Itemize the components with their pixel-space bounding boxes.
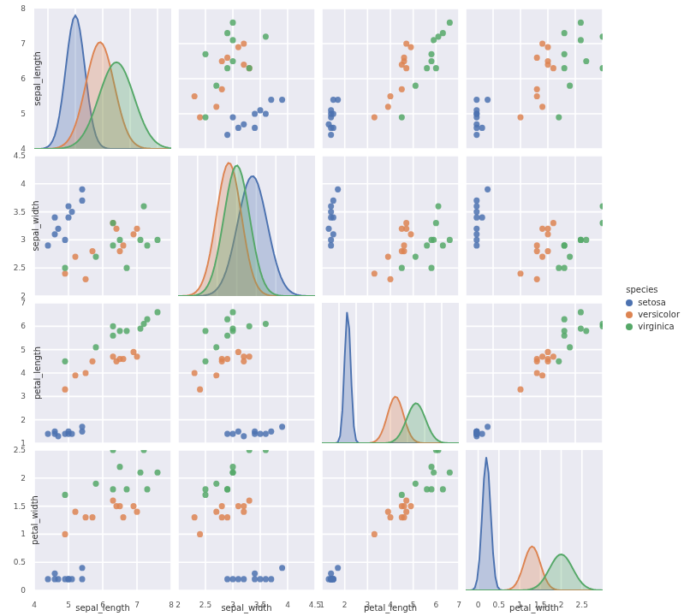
svg-point-388 — [578, 325, 584, 331]
legend-swatch-virginica — [626, 323, 633, 330]
svg-point-514 — [431, 470, 437, 476]
scatter-plot — [466, 303, 603, 443]
svg-point-341 — [229, 309, 235, 315]
svg-point-216 — [440, 242, 446, 248]
scatter-plot — [178, 303, 315, 443]
svg-point-415 — [45, 576, 51, 582]
svg-point-410 — [51, 576, 57, 582]
svg-point-83 — [447, 20, 453, 26]
svg-point-426 — [72, 509, 78, 515]
svg-point-66 — [328, 132, 334, 138]
svg-point-31 — [219, 86, 225, 92]
svg-point-143 — [51, 231, 57, 237]
svg-point-166 — [62, 265, 68, 271]
svg-point-459 — [241, 509, 247, 515]
svg-point-465 — [247, 497, 253, 503]
panel-petal_length-vs-petal_length — [322, 303, 459, 443]
svg-point-189 — [328, 209, 334, 215]
svg-point-123 — [583, 58, 589, 64]
y-tick: 4.5 — [14, 151, 26, 160]
svg-point-169 — [140, 203, 146, 209]
svg-point-159 — [72, 253, 78, 259]
svg-point-337 — [213, 344, 219, 350]
svg-point-35 — [213, 104, 219, 110]
svg-point-464 — [219, 514, 225, 520]
svg-point-192 — [330, 231, 336, 237]
svg-point-25 — [268, 97, 274, 103]
kde-plot — [466, 450, 603, 590]
svg-point-431 — [116, 464, 122, 470]
svg-point-508 — [403, 497, 409, 503]
svg-point-302 — [140, 321, 146, 327]
svg-point-258 — [562, 242, 568, 248]
svg-point-249 — [534, 242, 540, 248]
svg-point-235 — [473, 203, 479, 209]
svg-point-241 — [539, 226, 545, 232]
y-tick: 1.5 — [14, 502, 26, 511]
svg-point-416 — [79, 576, 85, 582]
svg-point-75 — [372, 114, 378, 120]
y-tick: 0.5 — [14, 558, 26, 566]
svg-point-255 — [583, 237, 589, 243]
svg-point-289 — [110, 353, 116, 359]
svg-point-21 — [279, 97, 285, 103]
svg-point-165 — [154, 237, 160, 243]
svg-point-41 — [229, 20, 235, 26]
svg-point-65 — [330, 110, 336, 116]
svg-point-20 — [263, 110, 269, 116]
scatter-plot — [322, 156, 459, 296]
panel-sepal_width-vs-sepal_length: sepal_width22.533.544.5 — [34, 156, 171, 296]
svg-point-339 — [224, 333, 230, 339]
svg-point-234 — [473, 231, 479, 237]
svg-point-256 — [578, 237, 584, 243]
y-tick: 7 — [21, 39, 26, 48]
x-tick: 0 — [476, 601, 481, 609]
scatter-plot — [466, 9, 603, 149]
svg-point-124 — [578, 20, 584, 26]
svg-point-202 — [387, 276, 393, 282]
scatter-plot — [322, 9, 459, 149]
kde-plot — [178, 156, 315, 296]
svg-point-473 — [229, 464, 235, 470]
svg-point-81 — [424, 65, 430, 71]
svg-point-125 — [556, 114, 562, 120]
svg-point-140 — [68, 209, 74, 215]
svg-point-109 — [539, 40, 545, 46]
scatter-plot — [34, 450, 171, 590]
svg-point-208 — [385, 253, 391, 259]
svg-point-451 — [241, 576, 247, 582]
svg-point-375 — [473, 429, 479, 435]
svg-point-233 — [473, 226, 479, 232]
svg-point-345 — [263, 321, 269, 327]
svg-point-463 — [219, 503, 225, 509]
svg-point-294 — [92, 344, 98, 350]
svg-point-82 — [428, 58, 434, 64]
svg-point-380 — [544, 356, 550, 362]
svg-point-247 — [550, 220, 556, 226]
svg-point-115 — [550, 65, 556, 71]
svg-point-122 — [562, 65, 568, 71]
svg-point-518 — [399, 492, 405, 498]
svg-point-433 — [62, 492, 68, 498]
svg-point-106 — [473, 110, 479, 116]
svg-point-18 — [241, 121, 247, 127]
x-tick: 4 — [32, 601, 37, 609]
panel-sepal_length-vs-sepal_width — [178, 9, 315, 149]
legend-title: species — [626, 285, 680, 294]
svg-point-378 — [544, 349, 550, 355]
legend-label: virginica — [638, 322, 675, 331]
svg-point-387 — [567, 344, 573, 350]
svg-point-501 — [330, 576, 336, 582]
y-axis-label: sepal_width — [31, 200, 40, 251]
svg-point-167 — [144, 242, 150, 248]
svg-point-476 — [224, 486, 230, 492]
svg-point-454 — [279, 565, 285, 571]
svg-point-435 — [123, 486, 129, 492]
svg-point-421 — [116, 503, 122, 509]
legend-swatch-versicolor — [626, 311, 633, 318]
svg-point-458 — [268, 576, 274, 582]
svg-point-340 — [229, 328, 235, 334]
svg-point-44 — [202, 51, 208, 57]
svg-point-214 — [447, 237, 453, 243]
svg-point-86 — [428, 51, 434, 57]
